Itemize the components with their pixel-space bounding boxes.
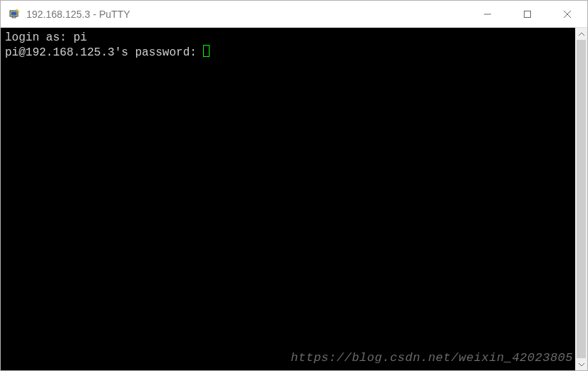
maximize-button[interactable] — [507, 1, 547, 28]
close-button[interactable] — [547, 1, 587, 28]
putty-window: 192.168.125.3 - PuTTY login as: pi pi@19… — [0, 0, 588, 371]
svg-rect-1 — [11, 11, 17, 15]
scroll-track[interactable] — [575, 40, 587, 358]
login-input-value: pi — [73, 31, 87, 44]
minimize-icon — [484, 11, 491, 18]
scroll-thumb[interactable] — [577, 40, 586, 358]
scroll-down-button[interactable] — [575, 358, 587, 370]
svg-rect-5 — [525, 11, 531, 17]
login-prompt: login as: — [5, 31, 73, 44]
window-title: 192.168.125.3 - PuTTY — [26, 9, 130, 20]
chevron-up-icon — [579, 32, 584, 36]
client-area: login as: pi pi@192.168.125.3's password… — [1, 28, 587, 370]
minimize-button[interactable] — [468, 1, 507, 28]
scroll-up-button[interactable] — [575, 28, 587, 40]
svg-rect-2 — [12, 16, 16, 18]
close-icon — [564, 11, 571, 18]
maximize-icon — [524, 11, 531, 18]
chevron-down-icon — [579, 362, 584, 367]
terminal[interactable]: login as: pi pi@192.168.125.3's password… — [1, 28, 575, 370]
titlebar[interactable]: 192.168.125.3 - PuTTY — [1, 1, 587, 28]
cursor — [203, 45, 210, 57]
password-prompt: pi@192.168.125.3's password: — [5, 46, 203, 59]
vertical-scrollbar[interactable] — [575, 28, 587, 370]
putty-icon — [8, 8, 21, 21]
